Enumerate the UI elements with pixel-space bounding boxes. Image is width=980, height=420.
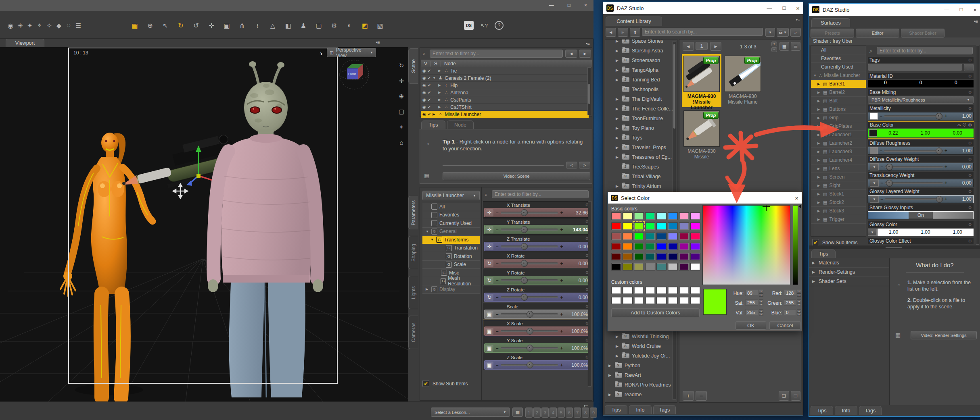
parameter-slider[interactable]: X Scale ▣ − + 100.0% bbox=[483, 320, 591, 336]
basic-color-swatch[interactable] bbox=[634, 263, 644, 270]
select-lesson-dropdown[interactable]: Select a Lesson... ▼ bbox=[431, 408, 510, 417]
expand-arrow-icon[interactable]: ▶ bbox=[616, 354, 620, 358]
parameter-group-row[interactable]: G Rotation bbox=[422, 252, 480, 261]
surface-row[interactable]: ▶ ▤ Bolt bbox=[811, 97, 866, 105]
filter-next-button[interactable]: ► bbox=[579, 50, 591, 58]
close-button[interactable]: × bbox=[973, 6, 977, 13]
view-selector-dropdown[interactable]: ⊞ Perspective View ▼ bbox=[327, 48, 376, 57]
tip-next-button[interactable]: > bbox=[579, 162, 590, 168]
translate-tool-icon[interactable]: ✛ bbox=[207, 20, 216, 31]
create-linear-point-light-icon[interactable]: ✧ bbox=[44, 20, 54, 31]
basic-color-swatch[interactable] bbox=[668, 253, 678, 260]
expand-arrow-icon[interactable]: ▶ bbox=[608, 364, 612, 368]
parameter-slider[interactable]: Y Translate ✛ − + 143.04 bbox=[483, 218, 591, 235]
basic-color-swatch[interactable] bbox=[668, 263, 678, 270]
base-mixing-dropdown[interactable]: PBR Metallicity/Roughness▼ bbox=[868, 96, 974, 104]
expand-arrow-icon[interactable]: ▶ bbox=[817, 175, 821, 179]
bottom-tab[interactable]: Tags bbox=[859, 406, 882, 415]
surface-row[interactable]: ▶ ▤ Buttons bbox=[811, 105, 866, 114]
expand-arrow-icon[interactable]: ▶ bbox=[817, 141, 821, 145]
surface-row[interactable]: ▶ ▤ Trigger bbox=[811, 215, 866, 224]
decrement-button[interactable]: − bbox=[495, 261, 499, 266]
expand-arrow-icon[interactable]: ▶ bbox=[812, 261, 816, 265]
copy-button[interactable]: ❏ bbox=[779, 391, 789, 401]
library-folder-row[interactable]: TreeScapes bbox=[605, 162, 674, 172]
surface-row[interactable]: ▶ ▤ Sight bbox=[811, 181, 866, 190]
lesson-number-button[interactable]: 4 bbox=[550, 408, 557, 418]
expand-arrow-icon[interactable]: ▶ bbox=[817, 150, 821, 154]
basic-color-swatch[interactable] bbox=[611, 222, 621, 230]
decrement-button[interactable]: − bbox=[495, 278, 499, 283]
selectable-cursor-icon[interactable]: ✔ bbox=[428, 90, 431, 95]
selectable-cursor-icon[interactable]: ✔ bbox=[428, 112, 431, 116]
decrement-button[interactable]: − bbox=[495, 345, 499, 351]
slider-knob[interactable] bbox=[521, 294, 528, 301]
slider-knob[interactable] bbox=[521, 277, 528, 284]
custom-color-swatch[interactable] bbox=[679, 297, 689, 304]
increment-button[interactable]: + bbox=[560, 210, 564, 216]
scene-node-row[interactable]: ◉ ✔ ▶ ∴ CsJTShirt bbox=[421, 104, 589, 111]
add-category-button[interactable]: + bbox=[683, 391, 694, 401]
increment-button[interactable]: + bbox=[560, 295, 564, 300]
camera-selection-tool-icon[interactable]: ▢ bbox=[314, 20, 324, 31]
close-button[interactable]: × bbox=[795, 195, 798, 202]
zoom-out-button[interactable]: − bbox=[771, 47, 777, 52]
scene-list-icon[interactable]: ☰ bbox=[73, 20, 83, 31]
video-render-settings-button[interactable]: Video: Render Settings bbox=[911, 331, 977, 339]
library-folder-row[interactable]: Technopolis bbox=[605, 85, 674, 94]
page-next-button[interactable]: ► bbox=[710, 42, 721, 51]
surface-row[interactable]: All bbox=[811, 46, 866, 54]
dialog-titlebar[interactable]: DS Select Color × bbox=[608, 192, 802, 204]
scene-pane-menu-icon[interactable]: ≡ bbox=[586, 41, 589, 46]
parameter-group-row[interactable]: Currently Used bbox=[422, 219, 480, 228]
main-title-strip[interactable]: — □ × bbox=[0, 0, 593, 11]
expand-arrow-icon[interactable]: ▶ bbox=[616, 97, 620, 101]
zoom-in-button[interactable]: + bbox=[771, 42, 777, 46]
basic-color-swatch[interactable] bbox=[623, 253, 633, 260]
surface-row[interactable]: ▶ ▤ Stock2 bbox=[811, 198, 866, 207]
expand-arrow-icon[interactable]: ▶ bbox=[817, 91, 821, 94]
selectable-cursor-icon[interactable]: ✔ bbox=[428, 83, 431, 87]
cancel-button[interactable]: Cancel bbox=[769, 321, 801, 330]
slider-track[interactable] bbox=[501, 262, 558, 264]
scene-node-row[interactable]: ◉ ✔ ▶ ∴ CsJPants bbox=[421, 96, 589, 104]
slider-knob[interactable] bbox=[936, 148, 942, 154]
gear-icon[interactable] bbox=[968, 123, 972, 128]
tab-content-library[interactable]: Content Library bbox=[606, 17, 662, 26]
bottom-tab[interactable]: Tips bbox=[605, 405, 627, 414]
reset-camera-icon[interactable]: ⌂ bbox=[397, 137, 406, 148]
expand-arrow-icon[interactable]: ▶ bbox=[426, 287, 429, 291]
library-folder-row[interactable]: ▶ ToonFurniture bbox=[605, 114, 674, 123]
surfaces-pane-menu-icon[interactable]: ≡ bbox=[974, 19, 978, 24]
slider-knob[interactable] bbox=[886, 180, 893, 187]
parameter-slider[interactable]: Z Translate ✛ − + 0.00 bbox=[483, 235, 591, 252]
ok-button[interactable]: OK bbox=[736, 321, 766, 330]
back-button[interactable]: ◄ bbox=[606, 28, 616, 37]
pane-splitter[interactable] bbox=[809, 245, 980, 249]
expand-arrow-icon[interactable]: ▶ bbox=[817, 167, 821, 170]
basic-color-swatch[interactable] bbox=[623, 233, 633, 240]
gear-icon[interactable] bbox=[968, 74, 972, 79]
increment-button[interactable]: + bbox=[560, 244, 564, 250]
surface-row[interactable]: ▶ ▤ Stock3 bbox=[811, 207, 866, 215]
view-cube[interactable]: Front bbox=[340, 60, 369, 89]
thumbnail-missile[interactable]: Prop MAGMA-930 Missile bbox=[682, 109, 721, 162]
surface-row[interactable]: Currently Used bbox=[811, 63, 866, 71]
surface-row[interactable]: ▶ ▤ Barrel1 bbox=[811, 80, 866, 88]
decrement-button[interactable]: − bbox=[495, 244, 499, 250]
slider-knob[interactable] bbox=[527, 311, 533, 318]
tab-viewport[interactable]: Viewport bbox=[6, 39, 44, 47]
gear-icon[interactable] bbox=[968, 141, 972, 146]
slider-knob[interactable] bbox=[527, 345, 533, 351]
increment-button[interactable]: + bbox=[560, 345, 564, 351]
hue-spinner[interactable]: ▲▼ bbox=[759, 290, 763, 297]
custom-color-swatch[interactable] bbox=[611, 287, 621, 294]
basic-color-swatch[interactable] bbox=[645, 253, 655, 260]
sat-field[interactable]: 255 bbox=[745, 299, 758, 306]
create-group-icon[interactable]: ◌ bbox=[64, 20, 73, 31]
node-selector-dropdown[interactable]: Missile Launcher ▼ bbox=[422, 191, 480, 200]
visibility-eye-icon[interactable]: ◉ bbox=[422, 69, 426, 73]
basic-color-swatch[interactable] bbox=[679, 222, 689, 230]
lesson-video-button[interactable]: ▦ bbox=[512, 408, 523, 417]
dolly-camera-icon[interactable]: ⊕ bbox=[397, 91, 406, 102]
